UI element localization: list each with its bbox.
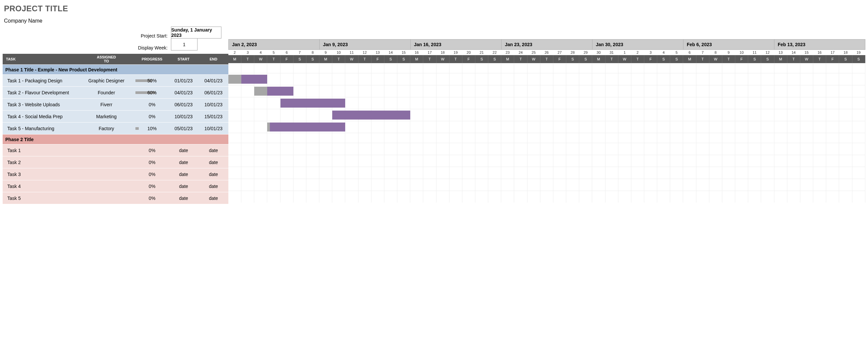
gantt-day-cell[interactable] xyxy=(254,109,267,121)
gantt-day-cell[interactable] xyxy=(332,85,345,97)
gantt-day-cell[interactable] xyxy=(462,121,475,133)
gantt-day-cell[interactable] xyxy=(462,74,475,85)
gantt-day-cell[interactable] xyxy=(592,85,605,97)
gantt-day-cell[interactable] xyxy=(475,85,488,97)
gantt-day-cell[interactable] xyxy=(293,133,306,143)
gantt-day-cell[interactable] xyxy=(553,109,566,121)
gantt-day-cell[interactable] xyxy=(280,63,293,73)
gantt-day-cell[interactable] xyxy=(813,97,826,109)
gantt-day-cell[interactable] xyxy=(709,155,722,167)
gantt-day-cell[interactable] xyxy=(644,74,657,85)
gantt-day-cell[interactable] xyxy=(228,85,241,97)
gantt-day-cell[interactable] xyxy=(254,143,267,155)
gantt-bar[interactable] xyxy=(280,98,345,108)
gantt-day-cell[interactable] xyxy=(722,63,735,73)
gantt-day-cell[interactable] xyxy=(462,179,475,191)
gantt-day-cell[interactable] xyxy=(475,121,488,133)
gantt-day-cell[interactable] xyxy=(241,167,254,179)
progress-cell[interactable]: 0% xyxy=(135,172,168,177)
gantt-day-cell[interactable] xyxy=(813,191,826,203)
gantt-day-cell[interactable] xyxy=(332,133,345,143)
gantt-day-cell[interactable] xyxy=(267,133,280,143)
gantt-day-cell[interactable] xyxy=(722,121,735,133)
gantt-day-cell[interactable] xyxy=(592,63,605,73)
gantt-day-cell[interactable] xyxy=(553,74,566,85)
gantt-day-cell[interactable] xyxy=(410,97,423,109)
gantt-day-cell[interactable] xyxy=(579,179,592,191)
gantt-day-cell[interactable] xyxy=(319,167,332,179)
progress-cell[interactable]: 60% xyxy=(135,90,168,95)
task-row[interactable]: Task 30%datedate xyxy=(3,168,228,180)
gantt-day-cell[interactable] xyxy=(267,155,280,167)
gantt-day-cell[interactable] xyxy=(670,179,683,191)
gantt-day-cell[interactable] xyxy=(800,133,813,143)
gantt-day-cell[interactable] xyxy=(631,74,644,85)
gantt-day-cell[interactable] xyxy=(813,143,826,155)
gantt-day-cell[interactable] xyxy=(761,63,774,73)
gantt-day-cell[interactable] xyxy=(397,133,410,143)
gantt-day-cell[interactable] xyxy=(514,133,527,143)
gantt-day-cell[interactable] xyxy=(657,133,670,143)
gantt-day-cell[interactable] xyxy=(839,155,852,167)
gantt-day-cell[interactable] xyxy=(436,109,450,121)
gantt-day-cell[interactable] xyxy=(332,143,345,155)
gantt-day-cell[interactable] xyxy=(670,109,683,121)
gantt-day-cell[interactable] xyxy=(514,155,527,167)
end-cell[interactable]: 10/01/23 xyxy=(198,102,228,107)
gantt-day-cell[interactable] xyxy=(813,85,826,97)
gantt-day-cell[interactable] xyxy=(761,191,774,203)
task-row[interactable]: Task 4 - Social Media PrepMarketing0%10/… xyxy=(3,110,228,122)
gantt-day-cell[interactable] xyxy=(826,143,839,155)
gantt-day-cell[interactable] xyxy=(800,97,813,109)
gantt-day-cell[interactable] xyxy=(306,143,319,155)
gantt-day-cell[interactable] xyxy=(462,167,475,179)
end-cell[interactable]: date xyxy=(198,172,228,177)
gantt-day-cell[interactable] xyxy=(709,74,722,85)
gantt-day-cell[interactable] xyxy=(254,179,267,191)
gantt-row[interactable] xyxy=(228,85,865,97)
gantt-day-cell[interactable] xyxy=(488,121,501,133)
gantt-day-cell[interactable] xyxy=(359,97,371,109)
phase-header[interactable]: Phase 1 Title - Exmple - New Product Dev… xyxy=(3,64,228,75)
gantt-day-cell[interactable] xyxy=(709,143,722,155)
gantt-day-cell[interactable] xyxy=(579,121,592,133)
progress-cell[interactable]: 0% xyxy=(135,160,168,165)
task-name-cell[interactable]: Task 2 - Flavour Development xyxy=(3,90,78,95)
gantt-day-cell[interactable] xyxy=(319,85,332,97)
gantt-day-cell[interactable] xyxy=(280,155,293,167)
task-row[interactable]: Task 2 - Flavour DevelopmentFounder60%04… xyxy=(3,86,228,98)
gantt-day-cell[interactable] xyxy=(241,179,254,191)
gantt-day-cell[interactable] xyxy=(618,133,631,143)
gantt-day-cell[interactable] xyxy=(683,167,696,179)
gantt-day-cell[interactable] xyxy=(722,85,735,97)
column-header-assigned[interactable]: ASSIGNED TO xyxy=(78,55,135,63)
gantt-day-cell[interactable] xyxy=(359,143,371,155)
gantt-day-cell[interactable] xyxy=(540,63,553,73)
gantt-day-cell[interactable] xyxy=(709,191,722,203)
gantt-day-cell[interactable] xyxy=(319,155,332,167)
gantt-day-cell[interactable] xyxy=(540,167,553,179)
gantt-day-cell[interactable] xyxy=(450,133,462,143)
gantt-day-cell[interactable] xyxy=(371,74,384,85)
gantt-day-cell[interactable] xyxy=(618,167,631,179)
gantt-day-cell[interactable] xyxy=(606,191,618,203)
gantt-day-cell[interactable] xyxy=(670,97,683,109)
gantt-day-cell[interactable] xyxy=(657,85,670,97)
gantt-day-cell[interactable] xyxy=(579,63,592,73)
gantt-day-cell[interactable] xyxy=(709,179,722,191)
gantt-day-cell[interactable] xyxy=(280,143,293,155)
gantt-day-cell[interactable] xyxy=(826,97,839,109)
gantt-day-cell[interactable] xyxy=(722,179,735,191)
gantt-day-cell[interactable] xyxy=(852,155,865,167)
gantt-day-cell[interactable] xyxy=(709,167,722,179)
gantt-day-cell[interactable] xyxy=(709,85,722,97)
gantt-day-cell[interactable] xyxy=(852,109,865,121)
gantt-day-cell[interactable] xyxy=(761,85,774,97)
gantt-day-cell[interactable] xyxy=(293,85,306,97)
gantt-day-cell[interactable] xyxy=(488,179,501,191)
gantt-day-cell[interactable] xyxy=(488,191,501,203)
gantt-day-cell[interactable] xyxy=(592,74,605,85)
gantt-day-cell[interactable] xyxy=(631,133,644,143)
assigned-cell[interactable]: Fiverr xyxy=(78,102,135,107)
gantt-day-cell[interactable] xyxy=(371,143,384,155)
